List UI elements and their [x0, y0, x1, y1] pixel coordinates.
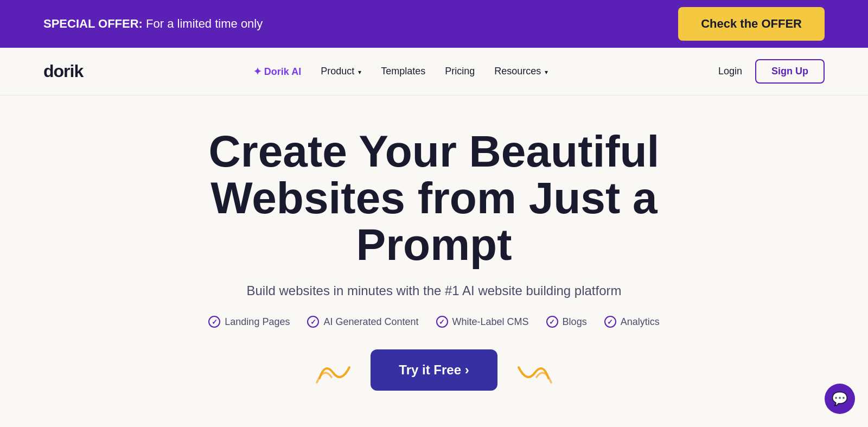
nav-item-resources[interactable]: Resources ▾ — [494, 66, 548, 77]
signup-button[interactable]: Sign Up — [755, 59, 825, 84]
hero-title-line1: Create Your Beautiful — [209, 126, 660, 176]
chevron-down-icon: ▾ — [358, 68, 361, 76]
nav-item-product[interactable]: Product ▾ — [321, 66, 361, 77]
hero-subtitle: Build websites in minutes with the #1 AI… — [246, 283, 621, 298]
feature-list: ✓ Landing Pages ✓ AI Generated Content ✓… — [208, 316, 659, 328]
nav-actions: Login Sign Up — [718, 59, 825, 84]
main-nav: dorik ✦ Dorik AI Product ▾ Templates Pri… — [0, 48, 868, 95]
nav-link-dorikai[interactable]: ✦ Dorik AI — [253, 66, 301, 77]
squiggle-right-icon — [510, 356, 554, 384]
nav-item-pricing[interactable]: Pricing — [445, 66, 475, 77]
nav-item-templates[interactable]: Templates — [381, 66, 425, 77]
banner-text: SPECIAL OFFER: For a limited time only — [43, 17, 263, 31]
feature-label: White-Label CMS — [452, 316, 529, 328]
nav-link-pricing[interactable]: Pricing — [445, 66, 475, 77]
chat-icon: 💬 — [832, 391, 848, 406]
nav-menu: ✦ Dorik AI Product ▾ Templates Pricing R… — [253, 66, 548, 78]
try-free-button[interactable]: Try it Free › — [371, 349, 497, 391]
feature-blogs: ✓ Blogs — [546, 316, 587, 328]
nav-item-dorikai[interactable]: ✦ Dorik AI — [253, 66, 301, 78]
feature-label: Landing Pages — [225, 316, 290, 328]
check-icon: ✓ — [546, 316, 558, 328]
feature-label: AI Generated Content — [323, 316, 418, 328]
check-icon: ✓ — [436, 316, 448, 328]
hero-title-line2: Websites from Just a Prompt — [210, 173, 657, 269]
nav-link-resources[interactable]: Resources ▾ — [494, 66, 548, 77]
feature-label: Blogs — [563, 316, 587, 328]
chat-bubble-button[interactable]: 💬 — [825, 384, 855, 414]
check-icon: ✓ — [208, 316, 220, 328]
nav-link-templates[interactable]: Templates — [381, 66, 425, 77]
check-offer-button[interactable]: Check the OFFER — [678, 7, 825, 41]
nav-link-product[interactable]: Product ▾ — [321, 66, 361, 77]
check-icon: ✓ — [307, 316, 319, 328]
banner-bold: SPECIAL OFFER: — [43, 17, 143, 30]
squiggle-left-icon — [314, 356, 358, 384]
feature-analytics: ✓ Analytics — [604, 316, 660, 328]
feature-ai-content: ✓ AI Generated Content — [307, 316, 418, 328]
login-button[interactable]: Login — [718, 66, 742, 77]
hero-section: Create Your Beautiful Websites from Just… — [0, 95, 868, 427]
feature-white-label: ✓ White-Label CMS — [436, 316, 529, 328]
logo-text: dorik — [43, 61, 83, 81]
cta-area: Try it Free › — [314, 349, 553, 391]
feature-label: Analytics — [621, 316, 660, 328]
feature-landing-pages: ✓ Landing Pages — [208, 316, 290, 328]
chevron-down-icon: ▾ — [545, 68, 548, 76]
hero-title: Create Your Beautiful Websites from Just… — [136, 128, 732, 268]
logo: dorik — [43, 61, 83, 81]
banner-normal: For a limited time only — [143, 17, 263, 30]
promo-banner: SPECIAL OFFER: For a limited time only C… — [0, 0, 868, 48]
check-icon: ✓ — [604, 316, 616, 328]
